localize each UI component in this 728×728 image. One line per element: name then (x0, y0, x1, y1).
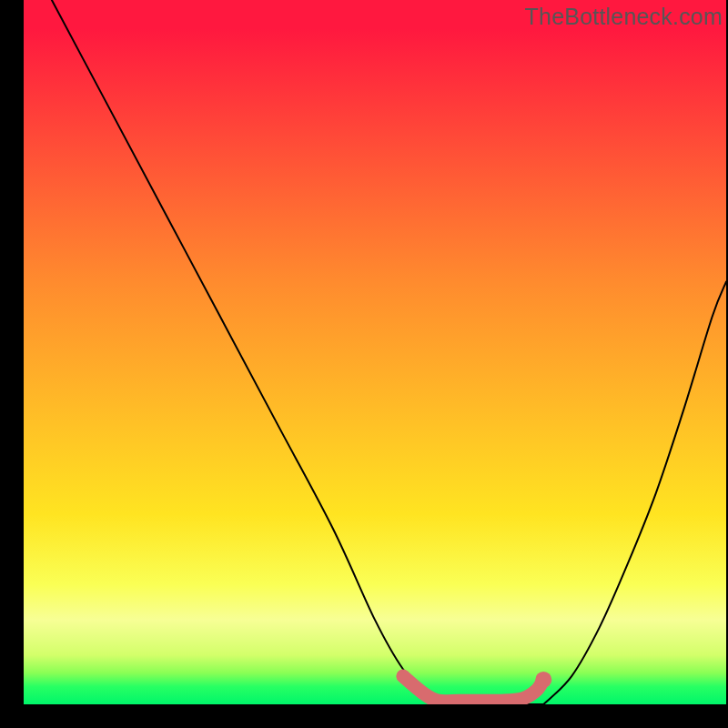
valley-right-endpoint-dot (535, 672, 551, 688)
gradient-background (24, 0, 726, 704)
bottleneck-curve-plot (24, 0, 726, 704)
watermark-text: TheBottleneck.com (525, 4, 723, 30)
chart-frame: TheBottleneck.com (0, 0, 728, 728)
